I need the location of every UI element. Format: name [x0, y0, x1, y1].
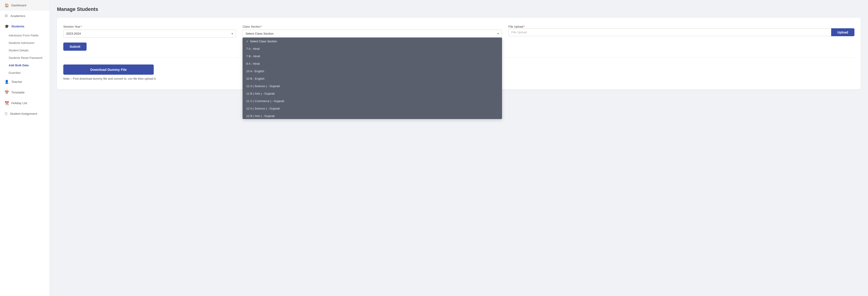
dropdown-item-11c-commerce-gujarati[interactable]: 11 C ( Commerce ) - Gujarati: [243, 97, 502, 105]
session-year-select[interactable]: 2023-2024: [63, 30, 236, 37]
class-section-label: Class Section*: [243, 25, 502, 28]
assignment-icon: ☰: [4, 112, 8, 116]
dropdown-item-8a-hindi[interactable]: 8 A - Hindi: [243, 60, 502, 68]
sidebar-sub-guardian[interactable]: Guardian: [0, 69, 50, 77]
session-year-select-wrapper: 2023-2024 ▼: [63, 30, 236, 37]
sidebar-item-academics[interactable]: 🏛 Academics: [0, 11, 50, 21]
manage-students-card: Session Year* 2023-2024 ▼ Class Section*: [57, 18, 861, 89]
sidebar-item-teacher[interactable]: 👤 Teacher: [0, 77, 50, 87]
check-icon: ✓: [246, 39, 249, 43]
class-section-select[interactable]: Select Class Section: [243, 30, 502, 37]
sub-item-label: Guardian: [8, 71, 21, 75]
dropdown-item-7a-hindi[interactable]: 7 A - Hindi: [243, 45, 502, 53]
form-row: Session Year* 2023-2024 ▼ Class Section*: [63, 25, 855, 37]
students-icon: 🎓: [4, 24, 9, 28]
sidebar-sub-student-details[interactable]: Student Details: [0, 47, 50, 54]
page-title: Manage Students: [57, 6, 861, 12]
session-year-label: Session Year*: [63, 25, 236, 28]
sidebar-item-label: Timetable: [11, 91, 25, 94]
sidebar-sub-students-reset-password[interactable]: Students Reset Password: [0, 54, 50, 61]
main-content: Manage Students Session Year* 2023-2024 …: [50, 0, 868, 296]
session-year-group: Session Year* 2023-2024 ▼: [63, 25, 236, 37]
holiday-icon: 📆: [4, 101, 9, 105]
sub-item-label: Admission Form Fields: [8, 34, 38, 37]
sidebar-sub-add-bulk-data[interactable]: Add Bulk Data: [0, 61, 50, 69]
upload-button[interactable]: Upload: [831, 28, 855, 36]
dropdown-item-7b-hindi[interactable]: 7 B - Hindi: [243, 53, 502, 60]
dropdown-item-select[interactable]: ✓ Select Class Section: [243, 37, 502, 45]
sidebar-item-student-assignment[interactable]: ☰ Student Assignment: [0, 108, 50, 119]
sub-item-label: Students Admission: [8, 41, 34, 45]
class-section-dropdown-container: Select Class Section ▼ ✓ Select Class Se…: [243, 30, 502, 37]
teacher-icon: 👤: [4, 80, 9, 84]
sub-item-label: Students Reset Password: [8, 56, 42, 59]
submit-button[interactable]: Submit: [63, 43, 87, 51]
file-upload-label: File Upload*: [508, 25, 855, 28]
sidebar-item-dashboard[interactable]: 🏠 Dashboard: [0, 0, 50, 11]
sidebar-item-holiday-list[interactable]: 📆 Holiday List: [0, 98, 50, 108]
download-dummy-file-button[interactable]: Download Dummy File: [63, 64, 154, 75]
dropdown-item-10b-english[interactable]: 10 B - English: [243, 75, 502, 82]
sidebar-sub-students-admission[interactable]: Students Admission: [0, 39, 50, 47]
timetable-icon: 📅: [4, 90, 9, 95]
sidebar-item-label: Student Assignment: [10, 112, 37, 115]
file-upload-row: File Upload Upload: [508, 28, 855, 36]
sidebar-item-timetable[interactable]: 📅 Timetable: [0, 87, 50, 98]
dropdown-item-12a-science-gujarati[interactable]: 12 A ( Science ) - Gujarati: [243, 105, 502, 112]
academics-icon: 🏛: [4, 14, 8, 18]
file-input-placeholder: File Upload: [511, 31, 527, 34]
sub-item-label: Student Details: [8, 49, 29, 52]
file-input-display: File Upload: [508, 28, 831, 36]
home-icon: 🏠: [4, 3, 9, 7]
sidebar-sub-admission-form-fields[interactable]: Admission Form Fields: [0, 32, 50, 39]
dropdown-item-10a-english[interactable]: 10 A - English: [243, 68, 502, 75]
dropdown-item-11a-science-gujarati[interactable]: 11 A ( Science ) - Gujarati: [243, 82, 502, 90]
sidebar-item-label: Students: [11, 25, 24, 28]
sidebar-item-label: Dashboard: [11, 4, 26, 7]
class-section-dropdown-menu: ✓ Select Class Section 7 A - Hindi 7 B -…: [243, 37, 502, 119]
dropdown-item-11b-arts-gujarati[interactable]: 11 B ( Arts ) - Gujarati: [243, 90, 502, 97]
sidebar-item-label: Academics: [10, 14, 25, 18]
sidebar-item-students[interactable]: 🎓 Students: [0, 21, 50, 32]
sidebar-item-label: Holiday List: [11, 101, 27, 105]
class-section-group: Class Section* Select Class Section ▼ ✓ …: [243, 25, 502, 37]
sidebar: 🏠 Dashboard 🏛 Academics 🎓 Students Admis…: [0, 0, 50, 296]
sidebar-item-label: Teacher: [11, 80, 22, 83]
sub-item-label: Add Bulk Data: [8, 63, 29, 67]
dropdown-item-12b-arts-gujarati[interactable]: 12 B ( Arts ) - Gujarati: [243, 112, 502, 119]
file-upload-group: File Upload* File Upload Upload: [508, 25, 855, 36]
class-section-select-wrapper: Select Class Section ▼: [243, 30, 502, 37]
